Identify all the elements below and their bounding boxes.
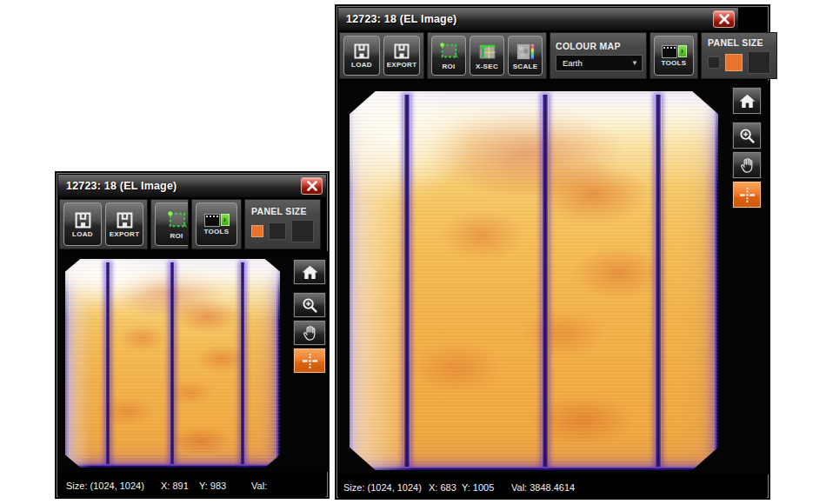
export-button[interactable]: EXPORT: [105, 202, 143, 246]
tools-button-label: TOOLS: [662, 59, 687, 67]
roi-selection-icon: [166, 209, 188, 231]
cross-section-icon: [477, 42, 497, 62]
floppy-disk-icon: [115, 211, 135, 229]
file-button-group: LOAD EXPORT: [59, 199, 148, 249]
home-view-button[interactable]: [293, 259, 326, 285]
image-viewport: [58, 251, 330, 472]
busbar: [542, 95, 549, 467]
load-button-label: LOAD: [72, 230, 93, 238]
close-icon: [306, 181, 318, 191]
export-button-label: EXPORT: [110, 230, 140, 238]
chevron-down-icon: ▼: [631, 59, 638, 67]
floppy-disk-icon: [352, 43, 371, 60]
el-cell-image[interactable]: [350, 91, 718, 470]
panel-size-label: PANEL SIZE: [251, 206, 307, 216]
close-button[interactable]: [301, 177, 323, 195]
zoom-button[interactable]: [293, 292, 326, 318]
toolbar: LOAD EXPORT: [59, 199, 321, 249]
home-view-button[interactable]: [732, 87, 762, 115]
busbar: [170, 262, 175, 464]
toolbar: LOAD EXPORT: [339, 32, 777, 79]
panel-size-medium[interactable]: [269, 222, 286, 240]
crosshair-button[interactable]: [732, 181, 762, 209]
tools-window-glyph: [204, 214, 220, 227]
tools-panel-icon: ›: [204, 214, 230, 227]
image-size-readout: Size: (1024, 1024): [66, 481, 144, 491]
panel-size-small[interactable]: [251, 225, 263, 237]
view-tool-column: [293, 259, 326, 374]
zoom-in-icon: [302, 297, 318, 314]
status-bar: Size: (1024, 1024) X: 683 Y: 1005 Val: 3…: [338, 476, 767, 499]
roi-button-label: ROI: [170, 232, 183, 240]
panel-size-large[interactable]: [748, 51, 770, 74]
el-cell-image[interactable]: [65, 259, 280, 468]
pan-button[interactable]: [732, 151, 762, 179]
roi-button[interactable]: ROI: [431, 36, 466, 76]
panel-size-small[interactable]: [708, 56, 720, 69]
scale-button-label: SCALE: [513, 63, 538, 70]
el-viewer-window-small: 12723: 18 (EL Image) LOAD: [55, 171, 330, 499]
file-button-group: LOAD EXPORT: [339, 32, 424, 79]
close-button[interactable]: [713, 10, 735, 28]
image-size-readout: Size: (1024, 1024): [343, 482, 422, 493]
panel-size-group: PANEL SIZE: [244, 199, 321, 249]
close-icon: [718, 14, 730, 24]
panel-size-label: PANEL SIZE: [708, 37, 763, 48]
panel-size-group: PANEL SIZE: [701, 32, 777, 79]
hand-icon: [303, 325, 317, 342]
xsec-button[interactable]: X-SEC: [470, 36, 504, 76]
analysis-button-group: ROI X-SEC: [427, 32, 547, 79]
panel-size-medium[interactable]: [725, 54, 743, 71]
floppy-disk-icon: [392, 43, 411, 60]
window-title: 12723: 18 (EL Image): [346, 13, 456, 25]
roi-button-group: ROI: [150, 199, 189, 249]
panel-size-large[interactable]: [291, 220, 314, 242]
desktop-background: 12723: 18 (EL Image) LOAD: [0, 0, 826, 504]
tools-button[interactable]: › TOOLS: [654, 36, 694, 76]
export-button[interactable]: EXPORT: [383, 36, 420, 76]
crosshair-icon: [302, 353, 318, 369]
status-bar: Size: (1024, 1024) X: 891 Y: 983 Val:: [58, 474, 326, 497]
tools-button-group: › TOOLS: [191, 199, 242, 249]
busbar: [105, 262, 110, 464]
image-viewport: [338, 81, 770, 474]
cursor-x-readout: X: 683: [429, 482, 456, 493]
colour-scale-icon: [516, 42, 536, 62]
floppy-disk-icon: [73, 211, 93, 229]
cursor-y-readout: Y: 983: [199, 481, 226, 491]
roi-button-label: ROI: [442, 63, 455, 70]
roi-selection-icon: [438, 41, 459, 62]
busbar: [655, 95, 662, 467]
load-button[interactable]: LOAD: [343, 36, 380, 76]
crosshair-button[interactable]: [293, 348, 326, 374]
load-button[interactable]: LOAD: [63, 202, 102, 246]
colour-map-select[interactable]: Earth ▼: [556, 55, 643, 71]
home-icon: [739, 94, 756, 109]
zoom-button[interactable]: [732, 122, 762, 149]
scale-button[interactable]: SCALE: [508, 36, 543, 76]
load-button-label: LOAD: [351, 61, 372, 69]
tools-arrow-glyph: ›: [221, 214, 230, 226]
tools-button[interactable]: › TOOLS: [196, 202, 237, 246]
title-bar[interactable]: 12723: 18 (EL Image): [58, 175, 326, 197]
title-bar[interactable]: 12723: 18 (EL Image): [338, 8, 738, 30]
colour-map-group: COLOUR MAP Earth ▼: [550, 32, 647, 79]
xsec-button-label: X-SEC: [476, 63, 498, 70]
hand-icon: [740, 157, 755, 174]
export-button-label: EXPORT: [387, 61, 417, 69]
crosshair-icon: [739, 187, 756, 203]
tools-window-glyph: [662, 45, 677, 58]
home-icon: [302, 265, 318, 280]
pixel-value-readout: Val: 3848.4614: [511, 482, 575, 493]
cursor-y-readout: Y: 1005: [462, 482, 494, 493]
pixel-value-readout: Val:: [251, 481, 267, 491]
tools-panel-icon: ›: [662, 45, 687, 58]
pan-button[interactable]: [293, 320, 326, 346]
busbar: [403, 95, 410, 467]
panel-size-options: [708, 51, 770, 74]
colour-map-label: COLOUR MAP: [556, 41, 621, 51]
tools-arrow-glyph: ›: [678, 45, 687, 57]
tools-button-group: › TOOLS: [649, 32, 698, 79]
busbar: [240, 262, 245, 464]
roi-button[interactable]: ROI: [155, 202, 189, 246]
